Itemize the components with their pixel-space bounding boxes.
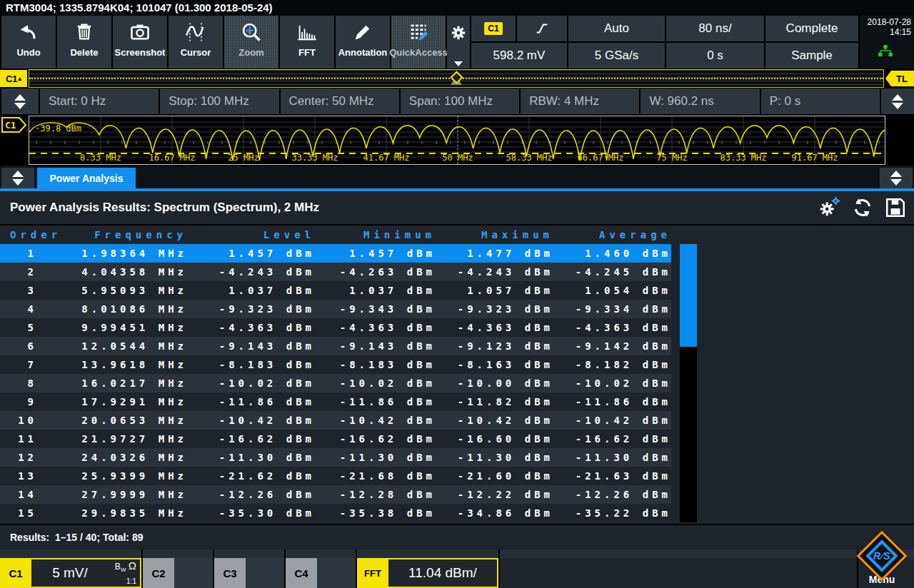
channel-badge: C1	[484, 22, 502, 35]
spectrum-setting-cell[interactable]: Stop: 100 MHz	[160, 88, 278, 114]
settings-gears-icon[interactable]	[818, 196, 841, 219]
spectrum-setting-cell[interactable]: Center: 50 MHz	[281, 88, 399, 114]
channel-c2-tag[interactable]: C2	[143, 558, 174, 588]
cell-average: 1.054 dBm	[553, 281, 671, 300]
table-row[interactable]: 13 25.9399 MHz -21.62 dBm -21.68 dBm -21…	[0, 467, 671, 485]
fft-panel[interactable]: 11.04 dBm/	[388, 558, 498, 588]
cell-maximum: -4.243 dBm	[436, 263, 553, 281]
acquisition-status-cell[interactable]: Complete	[765, 16, 858, 41]
status-grid: C1 Auto 80 ns/ Complete 598.2 mV 5 GSa/s…	[471, 16, 858, 69]
spectrum-window: -39.8 dBm 8.33 MHz16.67 MHz25 MHz33.33 M…	[29, 116, 885, 165]
cell-level: -4.363 dBm	[187, 318, 315, 337]
table-row[interactable]: 4 8.01086 MHz -9.323 dBm -9.343 dBm -9.3…	[0, 300, 671, 318]
acquisition-mode-cell[interactable]: Sample	[765, 43, 858, 69]
table-row[interactable]: 5 9.99451 MHz -4.363 dBm -4.363 dBm -4.3…	[0, 318, 671, 337]
cell-maximum: -9.323 dBm	[436, 300, 553, 318]
save-icon[interactable]	[884, 196, 907, 219]
cell-average: -10.42 dBm	[553, 411, 671, 430]
freq-tick-label: 33.33 MHz	[291, 153, 338, 163]
spectrum-setting-cell[interactable]: RBW: 4 MHz	[521, 88, 639, 114]
timebase-cell[interactable]: 80 ns/	[666, 16, 764, 41]
cell-level: -9.323 dBm	[187, 300, 315, 318]
strip-channel-tag[interactable]: C1	[0, 70, 27, 87]
frequency-axis-labels: 8.33 MHz16.67 MHz25 MHz33.33 MHz41.67 MH…	[29, 153, 885, 163]
table-row[interactable]: 1 1.98364 MHz 1.457 dBm 1.457 dBm 1.477 …	[0, 244, 671, 263]
cell-minimum: -35.38 dBm	[315, 504, 436, 522]
svg-text:C1: C1	[5, 120, 16, 131]
channel-c1-tag[interactable]: C1	[0, 558, 31, 588]
quickaccess-icon	[408, 21, 429, 43]
waveform-overview-strip[interactable]	[29, 69, 884, 88]
cell-maximum: -10.00 dBm	[436, 374, 553, 392]
trigger-slope-cell[interactable]	[517, 16, 567, 41]
settings-stepper-right[interactable]	[881, 88, 914, 114]
zoom-button[interactable]: Zoom	[224, 16, 278, 69]
undo-button[interactable]: Undo	[1, 16, 56, 69]
table-row[interactable]: 10 20.0653 MHz -10.42 dBm -10.42 dBm -10…	[0, 411, 671, 430]
settings-stepper-left[interactable]	[1, 88, 39, 114]
freq-tick-label: 91.67 MHz	[791, 153, 838, 163]
cell-average: -4.363 dBm	[553, 318, 671, 337]
table-row[interactable]: 9 17.9291 MHz -11.86 dBm -11.86 dBm -11.…	[0, 392, 671, 411]
menu-button[interactable]: R⁄S Menu	[851, 538, 913, 585]
spectrum-setting-cell[interactable]: W: 960.2 ns	[641, 88, 759, 114]
cell-order: 9	[10, 392, 37, 411]
spectrum-channel-tag[interactable]: C1	[1, 117, 27, 133]
cell-average: -16.62 dBm	[553, 430, 671, 448]
cell-minimum: -4.363 dBm	[315, 318, 436, 337]
channel-c1-panel[interactable]: 5 mV/ BW Ω 1:1	[31, 558, 141, 588]
scrollbar-thumb[interactable]	[680, 244, 697, 347]
cell-level: -16.62 dBm	[187, 430, 315, 448]
trigger-source-cell[interactable]: C1	[471, 16, 516, 41]
channel-c2-panel[interactable]	[174, 558, 213, 588]
tab-stepper-right[interactable]	[880, 168, 913, 188]
table-row[interactable]: 7 13.9618 MHz -8.183 dBm -8.183 dBm -8.1…	[0, 355, 671, 374]
channel-c4-panel[interactable]	[317, 558, 356, 588]
table-row[interactable]: 11 21.9727 MHz -16.62 dBm -16.62 dBm -16…	[0, 430, 671, 448]
cell-minimum: -11.86 dBm	[315, 392, 436, 411]
cell-level: -9.143 dBm	[187, 337, 315, 355]
freq-tick-label: 16.67 MHz	[149, 153, 195, 163]
channel-c3-tag[interactable]: C3	[214, 558, 246, 588]
table-row[interactable]: 15 29.9835 MHz -35.30 dBm -35.38 dBm -34…	[0, 504, 671, 522]
cursor-button[interactable]: Cursor	[169, 16, 223, 69]
trigger-level-tag[interactable]: TL	[885, 71, 914, 86]
fft-tag[interactable]: FFT	[357, 558, 388, 588]
channel-c3-panel[interactable]	[246, 558, 284, 588]
table-row[interactable]: 12 24.0326 MHz -11.30 dBm -11.30 dBm -11…	[0, 448, 671, 467]
annotation-button[interactable]: Annotation	[336, 16, 390, 69]
horizontal-position-cell[interactable]: 0 s	[666, 43, 764, 69]
cell-frequency: 4.04358 MHz	[37, 263, 187, 281]
trigger-mode-cell[interactable]: Auto	[568, 16, 665, 41]
column-header-frequency: Frequency	[37, 225, 187, 244]
table-row[interactable]: 14 27.9999 MHz -12.26 dBm -12.28 dBm -12…	[0, 485, 671, 504]
cell-maximum: -21.60 dBm	[436, 467, 553, 485]
table-row[interactable]: 3 5.95093 MHz 1.037 dBm 1.037 dBm 1.057 …	[0, 281, 671, 300]
channel-c4-tag[interactable]: C4	[286, 558, 317, 588]
cell-average: -8.182 dBm	[553, 355, 671, 374]
sample-rate-cell[interactable]: 5 GSa/s	[568, 43, 665, 69]
results-header-bar: Power Analysis Results: Spectrum (Spectr…	[0, 191, 914, 224]
trigger-position-marker[interactable]	[448, 71, 464, 86]
spectrum-setting-cell[interactable]: P: 0 s	[761, 88, 880, 114]
cell-average: 1.460 dBm	[553, 244, 671, 263]
cell-average: -12.26 dBm	[553, 485, 671, 504]
tab-power-analysis[interactable]: Power Analysis	[37, 168, 136, 188]
table-scrollbar[interactable]	[680, 244, 697, 522]
screenshot-button[interactable]: Screenshot	[113, 16, 167, 69]
table-row[interactable]: 8 16.0217 MHz -10.02 dBm -10.02 dBm -10.…	[0, 374, 671, 392]
quickaccess-button[interactable]: QuickAccess	[391, 16, 446, 69]
device-title-bar: RTM3004; 1335.8794K04; 101047 (01.300 20…	[0, 0, 914, 16]
table-row[interactable]: 6 12.0544 MHz -9.143 dBm -9.143 dBm -9.1…	[0, 337, 671, 355]
cell-frequency: 5.95093 MHz	[37, 281, 187, 300]
spectrum-setting-cell[interactable]: Start: 0 Hz	[40, 88, 159, 114]
chevron-down-icon[interactable]	[454, 61, 463, 66]
fft-button[interactable]: FFT	[280, 16, 334, 69]
refresh-icon[interactable]	[851, 196, 874, 219]
trigger-level-cell[interactable]: 598.2 mV	[471, 43, 567, 69]
table-row[interactable]: 2 4.04358 MHz -4.243 dBm -4.263 dBm -4.2…	[0, 263, 671, 281]
tab-stepper-left[interactable]	[1, 168, 34, 188]
toolbar-settings-button[interactable]	[447, 16, 470, 69]
spectrum-setting-cell[interactable]: Span: 100 MHz	[401, 88, 519, 114]
delete-button[interactable]: Delete	[57, 16, 111, 69]
